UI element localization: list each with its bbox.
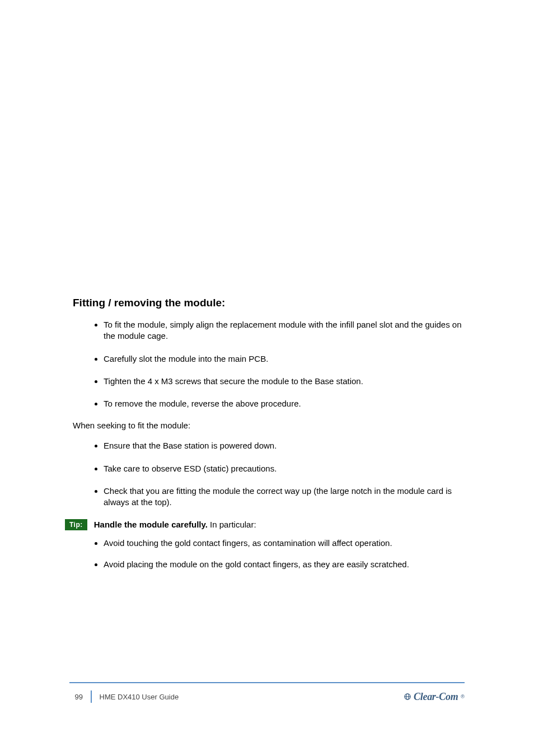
footer-left: 99 HME DX410 User Guide bbox=[69, 690, 179, 703]
footer-row: 99 HME DX410 User Guide Clear-Com® bbox=[69, 688, 465, 706]
tip-list: Avoid touching the gold contact fingers,… bbox=[73, 538, 465, 571]
brand-name: Clear-Com bbox=[414, 691, 458, 703]
footer-rule bbox=[69, 682, 465, 683]
globe-icon bbox=[404, 693, 411, 701]
list-item: Take care to observe ESD (static) precau… bbox=[104, 463, 465, 474]
tip-badge: Tip: bbox=[65, 519, 87, 530]
brand-logo: Clear-Com® bbox=[404, 691, 465, 703]
tip-intro-bold: Handle the module carefully. bbox=[94, 520, 208, 529]
list-item: Carefully slot the module into the main … bbox=[104, 353, 465, 365]
section-heading: Fitting / removing the module: bbox=[73, 297, 465, 309]
tip-block: Tip: Handle the module carefully. In par… bbox=[65, 519, 465, 530]
content-area: Fitting / removing the module: To fit th… bbox=[73, 297, 465, 580]
list-item: Check that you are fitting the module th… bbox=[104, 486, 465, 508]
list-item: Avoid placing the module on the gold con… bbox=[104, 559, 465, 570]
page-container: Fitting / removing the module: To fit th… bbox=[0, 0, 534, 756]
list-item: Avoid touching the gold contact fingers,… bbox=[104, 538, 465, 549]
list-item: To fit the module, simply align the repl… bbox=[104, 319, 465, 342]
procedure-list: To fit the module, simply align the repl… bbox=[73, 319, 465, 409]
tip-intro-rest: In particular: bbox=[208, 520, 256, 529]
registered-mark: ® bbox=[461, 694, 465, 699]
footer-divider bbox=[91, 690, 92, 703]
list-item: Ensure that the Base station is powered … bbox=[104, 440, 465, 451]
doc-title: HME DX410 User Guide bbox=[100, 693, 179, 701]
tip-intro: Handle the module carefully. In particul… bbox=[94, 519, 256, 530]
list-item: Tighten the 4 x M3 screws that secure th… bbox=[104, 376, 465, 387]
page-footer: 99 HME DX410 User Guide Clear-Com® bbox=[69, 682, 465, 706]
sub-intro-text: When seeking to fit the module: bbox=[73, 421, 465, 430]
sub-procedure-list: Ensure that the Base station is powered … bbox=[73, 440, 465, 508]
list-item: To remove the module, reverse the above … bbox=[104, 398, 465, 409]
page-number: 99 bbox=[69, 693, 83, 701]
